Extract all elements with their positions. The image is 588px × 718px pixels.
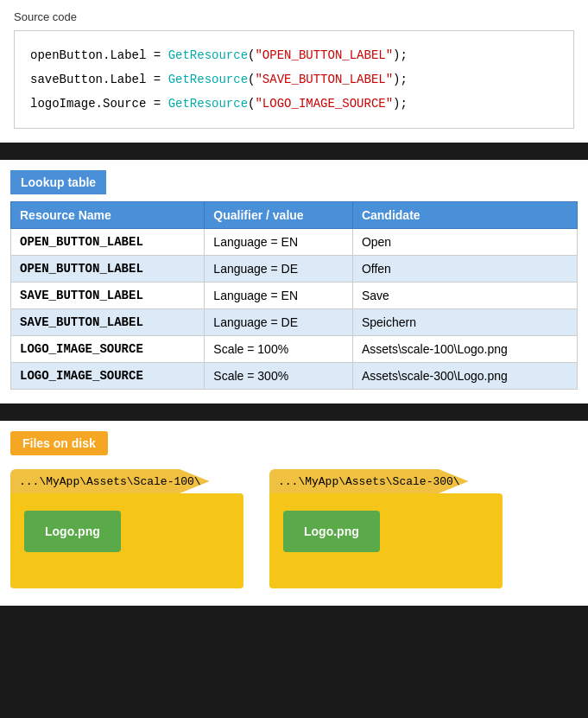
col-candidate: Candidate <box>352 202 577 229</box>
folder-path-tab: ...\MyApp\Assets\Scale-100\ <box>10 469 210 493</box>
spacer-1 <box>0 143 588 160</box>
candidate-cell: Save <box>352 283 577 309</box>
files-on-disk-section: Files on disk ...\MyApp\Assets\Scale-100… <box>0 421 588 606</box>
qualifier-cell: Scale = 100% <box>205 336 353 363</box>
folder-path-tab: ...\MyApp\Assets\Scale-300\ <box>269 469 469 493</box>
resource-name-cell: SAVE_BUTTON_LABEL <box>11 309 205 336</box>
lookup-table-header: Lookup table <box>10 170 106 194</box>
lookup-table-section: Lookup table Resource Name Qualifier / v… <box>0 160 588 403</box>
code-block: openButton.Label = GetResource("OPEN_BUT… <box>14 30 574 129</box>
folder-body: Logo.png <box>269 493 503 588</box>
resource-name-cell: SAVE_BUTTON_LABEL <box>11 283 205 309</box>
source-code-section: Source code openButton.Label = GetResour… <box>0 0 588 143</box>
file-icon: Logo.png <box>283 511 380 552</box>
lookup-table: Resource Name Qualifier / value Candidat… <box>10 201 578 390</box>
code-line-1: openButton.Label = GetResource("OPEN_BUT… <box>30 43 558 67</box>
files-container: ...\MyApp\Assets\Scale-100\Logo.png...\M… <box>10 469 578 588</box>
files-on-disk-header: Files on disk <box>10 431 108 455</box>
table-row: OPEN_BUTTON_LABELLanguage = ENOpen <box>11 229 578 256</box>
code-line-2: saveButton.Label = GetResource("SAVE_BUT… <box>30 67 558 92</box>
file-icon: Logo.png <box>24 511 121 552</box>
folder-block: ...\MyApp\Assets\Scale-100\Logo.png <box>10 469 243 588</box>
resource-name-cell: OPEN_BUTTON_LABEL <box>11 256 205 283</box>
resource-name-cell: LOGO_IMAGE_SOURCE <box>11 336 205 363</box>
table-row: OPEN_BUTTON_LABELLanguage = DEOffen <box>11 256 578 283</box>
candidate-cell: Open <box>352 229 577 256</box>
resource-name-cell: LOGO_IMAGE_SOURCE <box>11 363 205 390</box>
candidate-cell: Offen <box>352 256 577 283</box>
code-line-3: logoImage.Source = GetResource("LOGO_IMA… <box>30 92 558 116</box>
qualifier-cell: Scale = 300% <box>205 363 353 390</box>
folder-body: Logo.png <box>10 493 243 588</box>
qualifier-cell: Language = DE <box>205 309 353 336</box>
candidate-cell: Assets\scale-100\Logo.png <box>352 336 577 363</box>
qualifier-cell: Language = EN <box>205 229 353 256</box>
code-var-1: openButton.Label <box>30 48 146 62</box>
source-code-label: Source code <box>14 10 574 23</box>
qualifier-cell: Language = DE <box>205 256 353 283</box>
spacer-2 <box>0 403 588 421</box>
table-row: SAVE_BUTTON_LABELLanguage = ENSave <box>11 283 578 309</box>
folder-block: ...\MyApp\Assets\Scale-300\Logo.png <box>269 469 503 588</box>
qualifier-cell: Language = EN <box>205 283 353 309</box>
candidate-cell: Assets\scale-300\Logo.png <box>352 363 577 390</box>
table-row: SAVE_BUTTON_LABELLanguage = DESpeichern <box>11 309 578 336</box>
resource-name-cell: OPEN_BUTTON_LABEL <box>11 229 205 256</box>
table-row: LOGO_IMAGE_SOURCEScale = 300%Assets\scal… <box>11 363 578 390</box>
table-header-row: Resource Name Qualifier / value Candidat… <box>11 202 578 229</box>
col-resource-name: Resource Name <box>11 202 205 229</box>
col-qualifier: Qualifier / value <box>205 202 353 229</box>
table-row: LOGO_IMAGE_SOURCEScale = 100%Assets\scal… <box>11 336 578 363</box>
candidate-cell: Speichern <box>352 309 577 336</box>
